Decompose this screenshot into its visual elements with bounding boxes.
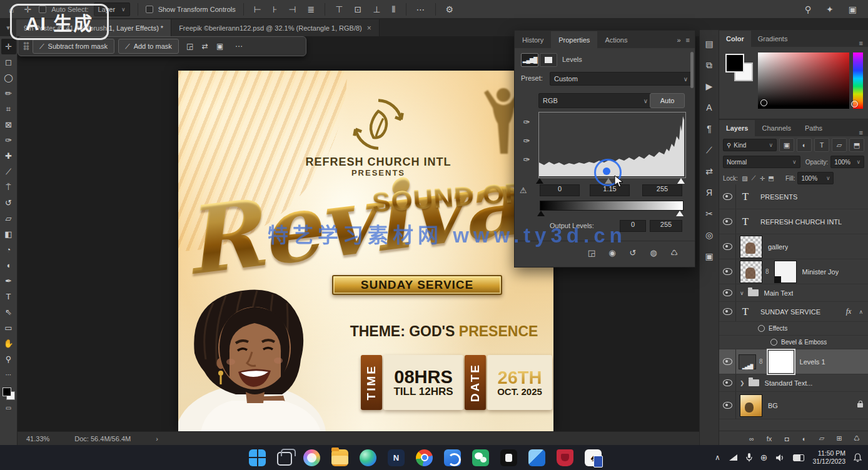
collapse-panel-icon[interactable]: »: [677, 36, 680, 44]
adjustment-layer-icon[interactable]: ◐: [797, 433, 812, 444]
align-right-icon[interactable]: ⊣: [286, 4, 298, 15]
tab-color[interactable]: Color: [719, 31, 751, 47]
notes-panel-icon[interactable]: ▣: [701, 246, 717, 266]
new-layer-icon[interactable]: ⊞: [832, 433, 847, 444]
brush-tool-icon[interactable]: ⟋: [1, 164, 16, 179]
brush-settings-panel-icon[interactable]: ⟋: [701, 140, 717, 160]
lock-transparency-icon[interactable]: ▨: [740, 173, 749, 183]
hand-tool-icon[interactable]: ✋: [1, 336, 16, 351]
eraser-tool-icon[interactable]: ▱: [1, 211, 16, 226]
filter-shape-icon[interactable]: ▱: [832, 138, 847, 152]
blend-mode-dropdown[interactable]: Normal ∨: [723, 156, 800, 168]
view-previous-state-icon[interactable]: ◉: [604, 246, 620, 259]
layer-visibility-toggle[interactable]: [719, 302, 736, 321]
link-mask-icon[interactable]: 8: [765, 268, 769, 275]
tab-gradients[interactable]: Gradients: [751, 31, 795, 47]
layer-name[interactable]: gallery: [768, 243, 788, 251]
white-point-eyedropper-icon[interactable]: ✑: [520, 152, 533, 167]
gray-point-eyedropper-icon[interactable]: ✑: [520, 133, 533, 148]
adjustment-mask-thumbnail[interactable]: [768, 350, 794, 374]
layer-row[interactable]: ❯Standard Text...: [719, 374, 868, 392]
layer-thumbnail[interactable]: [740, 261, 762, 283]
adjustment-icon[interactable]: ▂▄▆█: [521, 53, 538, 67]
layer-effects-row[interactable]: Bevel & Emboss: [719, 336, 868, 349]
blue-app-button[interactable]: [444, 449, 461, 466]
apply-mask-icon[interactable]: ◲: [183, 39, 198, 53]
layer-row[interactable]: TREFRESH CHURCH INTL: [719, 209, 868, 234]
color-picker-handle[interactable]: [760, 99, 767, 106]
align-middle-icon[interactable]: ⊡: [351, 4, 364, 15]
battery-icon[interactable]: [793, 454, 804, 461]
layer-search-dropdown[interactable]: ⚲ Kind ∨: [723, 139, 777, 151]
input-midtone-value[interactable]: 1.15: [590, 184, 630, 196]
levels-histogram[interactable]: [538, 112, 686, 178]
rectangle-tool-icon[interactable]: ▭: [1, 320, 16, 336]
layer-name[interactable]: SUNDAY SERVICE: [760, 308, 820, 316]
actions-panel-icon[interactable]: ▶: [701, 76, 717, 96]
layer-visibility-toggle[interactable]: [719, 284, 736, 301]
screen-mode-icon[interactable]: ▭: [1, 400, 16, 416]
layer-visibility-toggle[interactable]: [719, 374, 736, 391]
discover-icon[interactable]: ✦: [824, 4, 836, 15]
layer-visibility-toggle[interactable]: [719, 259, 736, 284]
link-mask-icon[interactable]: 8: [759, 358, 763, 365]
filter-type-icon[interactable]: T: [814, 138, 829, 152]
output-white-slider[interactable]: [676, 211, 684, 216]
foreground-color-swatch[interactable]: [725, 54, 744, 72]
drag-handle[interactable]: ●● ●● ●●: [23, 42, 29, 51]
layer-visibility-toggle[interactable]: [719, 184, 736, 209]
tray-chevron-up-icon[interactable]: ∧: [715, 453, 720, 462]
effect-name[interactable]: Bevel & Emboss: [781, 339, 827, 346]
frame-tool-icon[interactable]: ⊠: [1, 117, 16, 132]
layer-visibility-toggle[interactable]: [719, 234, 736, 259]
zoom-level[interactable]: 41.33%: [26, 435, 49, 442]
clip-to-layer-icon[interactable]: ◲: [583, 246, 600, 259]
filter-smart-object-icon[interactable]: ⬒: [849, 138, 864, 152]
quick-selection-tool-icon[interactable]: ✏: [1, 86, 16, 101]
black-point-eyedropper-icon[interactable]: ✑: [520, 114, 533, 129]
history-brush-tool-icon[interactable]: ↺: [1, 195, 16, 211]
output-white-value[interactable]: 255: [650, 220, 682, 232]
input-black-slider[interactable]: [536, 178, 543, 184]
opacity-field[interactable]: 100% ∨: [830, 156, 864, 168]
new-group-icon[interactable]: ▱: [814, 433, 829, 444]
more-options-button[interactable]: ⋯: [414, 4, 428, 15]
filter-pixel-icon[interactable]: ▣: [779, 138, 794, 152]
volume-icon[interactable]: [775, 454, 785, 462]
layer-row[interactable]: ∨Main Text: [719, 284, 868, 302]
move-tool-icon[interactable]: ✛: [1, 39, 16, 54]
clone-stamp-tool-icon[interactable]: ⍑: [1, 179, 16, 195]
libraries-panel-icon[interactable]: ⧉: [701, 55, 717, 75]
align-bottom-icon[interactable]: ⊥: [370, 4, 383, 15]
file-explorer-button[interactable]: [331, 449, 348, 466]
lock-pixels-icon[interactable]: ⟋: [749, 173, 758, 183]
layer-mask-thumbnail[interactable]: [774, 261, 797, 283]
layer-visibility-toggle[interactable]: [719, 392, 736, 419]
show-transform-checkbox[interactable]: [146, 6, 153, 13]
search-icon[interactable]: ⚲: [802, 4, 814, 15]
tab-paths[interactable]: Paths: [798, 120, 829, 136]
lasso-tool-icon[interactable]: ◯: [1, 70, 16, 86]
mask-icon[interactable]: [540, 53, 557, 67]
blur-tool-icon[interactable]: ◔: [1, 242, 16, 258]
eyedropper-tool-icon[interactable]: ✑: [1, 132, 16, 148]
group-expand-icon[interactable]: ∨: [740, 290, 744, 296]
microphone-icon[interactable]: [746, 453, 752, 462]
hue-handle[interactable]: [851, 101, 858, 108]
layer-name[interactable]: REFRESH CHURCH INTL: [760, 218, 842, 226]
panel-menu-icon[interactable]: ≡: [686, 36, 690, 44]
layer-name[interactable]: Standard Text...: [765, 379, 813, 387]
gradient-tool-icon[interactable]: ◧: [1, 226, 16, 242]
auto-button[interactable]: Auto: [650, 93, 685, 108]
layer-row[interactable]: BG: [719, 392, 868, 419]
saturation-brightness-box[interactable]: [758, 52, 849, 109]
lock-position-icon[interactable]: ✛: [758, 173, 767, 183]
close-tab-icon[interactable]: ×: [367, 24, 371, 32]
link-layers-icon[interactable]: ∞: [744, 433, 759, 444]
edge-browser-button[interactable]: [360, 449, 376, 466]
chrome-button[interactable]: [416, 449, 433, 466]
effects-visibility-icon[interactable]: [758, 325, 765, 332]
crop-tool-icon[interactable]: ⌗: [1, 101, 16, 117]
network-icon[interactable]: [729, 454, 738, 461]
group-expand-icon[interactable]: ❯: [740, 380, 745, 386]
